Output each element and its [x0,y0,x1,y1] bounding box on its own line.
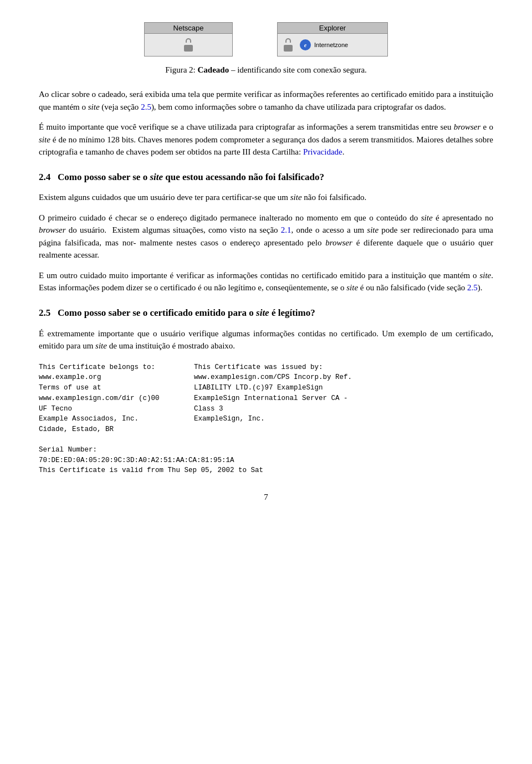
netscape-title: Netscape [145,23,232,34]
explorer-lock-icon [282,38,294,52]
serial-line-1: Serial Number: [39,445,493,455]
cert-right-line-1: This Certificate was issued by: [194,362,493,373]
section-2-4-heading: 2.4 Como posso saber se o site que estou… [39,171,493,184]
certificate-block: This Certificate belongs to: www.example… [39,362,493,435]
figure-caption-bold: Cadeado [197,65,229,74]
cert-left-line-5: UF Tecno [39,404,194,414]
explorer-browser-box: Explorer e Internetzone [277,22,388,57]
page: Netscape Explorer [0,0,532,535]
figure-caption-suffix: – identificando site com conexão segura. [229,65,367,74]
ie-logo-icon: e [300,39,311,50]
cert-left-line-7: Cidade, Estado, BR [39,424,194,435]
paragraph-2: É muito importante que você verifique se… [39,121,493,158]
serial-block: Serial Number: 70:DE:ED:0A:05:20:9C:3D:A… [39,445,493,476]
paragraph-4: O primeiro cuidado é checar se o endereç… [39,212,493,261]
netscape-content [145,34,232,56]
page-number: 7 [39,493,493,502]
paragraph-5: E um outro cuidado muito importante é ve… [39,269,493,294]
paragraph-1: Ao clicar sobre o cadeado, será exibida … [39,88,493,113]
serial-line-2: 70:DE:ED:0A:05:20:9C:3D:A0:A2:51:AA:CA:8… [39,455,493,466]
figure-caption: Figura 2: Cadeado – identificando site c… [165,65,367,75]
cert-right-line-6: ExampleSign, Inc. [194,414,493,424]
figure-container: Netscape Explorer [39,22,493,75]
cert-left-line-1: This Certificate belongs to: [39,362,194,373]
cert-left-line-6: Example Associados, Inc. [39,414,194,424]
serial-line-3: This Certificate is valid from Thu Sep 0… [39,465,493,476]
section-2-5-heading: 2.5 Como posso saber se o certificado em… [39,306,493,320]
netscape-browser-box: Netscape [144,22,233,57]
cert-right-line-3: LIABILITY LTD.(c)97 ExampleSign [194,383,493,393]
cert-right-line-4: ExampleSign International Server CA - [194,393,493,404]
cert-right-line-5: Class 3 [194,404,493,414]
figure-images: Netscape Explorer [144,22,388,57]
cert-left-line-2: www.example.org [39,372,194,383]
section-2-4-num: 2.4 [39,172,50,182]
link-section-2-1[interactable]: 2.1 [281,225,291,234]
paragraph-3: Existem alguns cuidados que um usuário d… [39,191,493,204]
cert-left-line-3: Terms of use at [39,383,194,393]
explorer-title: Explorer [278,23,387,34]
link-section-2-5-ref[interactable]: 2.5 [141,102,151,111]
cert-left-column: This Certificate belongs to: www.example… [39,362,194,435]
cert-right-line-2: www.examplesign.com/CPS Incorp.by Ref. [194,372,493,383]
cert-left-line-4: www.examplesign.com/dir (c)00 [39,393,194,404]
internetzone-label: Internetzone [314,42,348,48]
paragraph-6: É extremamente importante que o usuário … [39,327,493,352]
section-2-5-num: 2.5 [39,307,50,318]
link-section-2-5-ref2[interactable]: 2.5 [467,283,478,292]
cert-right-column: This Certificate was issued by: www.exam… [194,362,493,435]
link-privacidade[interactable]: Privacidade [303,147,342,156]
figure-caption-prefix: Figura 2: [165,65,197,74]
explorer-content: e Internetzone [278,34,387,56]
netscape-lock-icon [182,38,195,52]
